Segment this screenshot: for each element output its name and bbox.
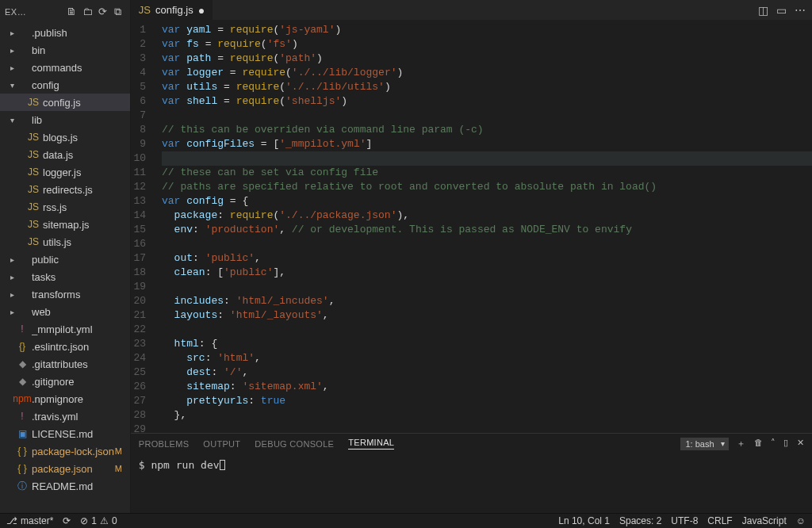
- tree-item[interactable]: ▸commands: [0, 59, 130, 76]
- tree-item[interactable]: JSredirects.js: [0, 181, 130, 198]
- terminal-select-wrap[interactable]: 1: bash: [680, 438, 729, 450]
- refresh-icon[interactable]: ⟳: [98, 6, 109, 17]
- status-feedback-icon[interactable]: ☺: [796, 515, 806, 526]
- editor-actions: ◫ ▭ ⋯: [758, 0, 812, 20]
- close-panel-icon[interactable]: ✕: [797, 438, 804, 450]
- code-area[interactable]: 1234567891011121314151617181920212223242…: [131, 20, 812, 432]
- layout-icon[interactable]: ▭: [776, 4, 787, 17]
- tab-js-icon: JS: [139, 4, 151, 16]
- new-file-icon[interactable]: 🗎: [67, 6, 78, 17]
- status-lang[interactable]: JavaScript: [742, 515, 787, 526]
- file-tree[interactable]: ▸.publish▸bin▸commands▾configJSconfig.js…: [0, 24, 130, 513]
- tabs-row: JS config.js ● ◫ ▭ ⋯: [131, 0, 812, 20]
- status-bar: ⎇ master* ⟳ ⊘ 1 ⚠ 0 Ln 10, Col 1 Spaces:…: [0, 513, 812, 528]
- tree-item[interactable]: ▸.publish: [0, 24, 130, 41]
- tree-item[interactable]: ▣LICENSE.md: [0, 425, 130, 442]
- panel-tab-output[interactable]: OUTPUT: [203, 439, 240, 449]
- new-folder-icon[interactable]: 🗀: [82, 6, 94, 17]
- status-encoding[interactable]: UTF-8: [671, 515, 698, 526]
- tab-dirty-icon: ●: [198, 4, 205, 17]
- tree-item[interactable]: JSdata.js: [0, 146, 130, 163]
- branch-name: master*: [21, 515, 53, 526]
- tree-item[interactable]: JSblogs.js: [0, 128, 130, 146]
- tree-item[interactable]: ◆.gitattributes: [0, 355, 130, 373]
- tree-item[interactable]: ▸transforms: [0, 285, 130, 303]
- status-problems[interactable]: ⊘ 1 ⚠ 0: [80, 515, 117, 526]
- tree-item[interactable]: ▾lib: [0, 111, 130, 128]
- tree-item[interactable]: !_mmpilot.yml: [0, 320, 130, 338]
- tree-item[interactable]: { }package-lock.jsonM: [0, 442, 130, 460]
- maximize-panel-icon[interactable]: ˄: [771, 438, 776, 450]
- panel-tab-debug[interactable]: DEBUG CONSOLE: [255, 439, 334, 449]
- main-row: EX… 🗎 🗀 ⟳ ⧉ ▸.publish▸bin▸commands▾confi…: [0, 0, 812, 513]
- tab-config-js[interactable]: JS config.js ●: [131, 0, 213, 20]
- warning-icon: ⚠: [100, 515, 109, 526]
- panel-right: 1: bash ＋ 🗑 ˄ ▯ ✕: [680, 438, 804, 450]
- code[interactable]: var yaml = require('js-yaml')var fs = re…: [157, 20, 812, 432]
- collapse-icon[interactable]: ⧉: [114, 6, 125, 17]
- sidebar-actions: 🗎 🗀 ⟳ ⧉: [67, 6, 125, 17]
- panel-icons: ＋ 🗑 ˄ ▯ ✕: [737, 438, 804, 450]
- status-branch[interactable]: ⎇ master*: [6, 515, 53, 526]
- tabs-spacer: [213, 0, 758, 20]
- tab-label: config.js: [155, 4, 193, 16]
- status-sync[interactable]: ⟳: [63, 515, 71, 526]
- kill-terminal-icon[interactable]: 🗑: [754, 438, 763, 450]
- terminal-cursor: [220, 460, 225, 470]
- panel: PROBLEMS OUTPUT DEBUG CONSOLE TERMINAL 1…: [131, 433, 812, 514]
- status-right: Ln 10, Col 1 Spaces: 2 UTF-8 CRLF JavaSc…: [558, 515, 806, 526]
- new-terminal-icon[interactable]: ＋: [737, 438, 745, 450]
- terminal-prompt: $: [139, 459, 151, 471]
- status-eol[interactable]: CRLF: [707, 515, 732, 526]
- gutter: 1234567891011121314151617181920212223242…: [131, 20, 157, 432]
- tree-item[interactable]: npm.npmignore: [0, 390, 130, 407]
- tree-item[interactable]: ▸web: [0, 303, 130, 320]
- tree-item[interactable]: {}.eslintrc.json: [0, 338, 130, 355]
- tree-item[interactable]: ⓘREADME.md: [0, 477, 130, 495]
- split-terminal-icon[interactable]: ▯: [783, 438, 788, 450]
- tree-item[interactable]: ▸tasks: [0, 268, 130, 285]
- tree-item[interactable]: ▾config: [0, 76, 130, 94]
- terminal-command: npm run dev: [151, 459, 219, 471]
- tree-item[interactable]: JSsitemap.js: [0, 216, 130, 233]
- error-icon: ⊘: [80, 515, 88, 526]
- tree-item[interactable]: JSlogger.js: [0, 163, 130, 181]
- panel-tabs: PROBLEMS OUTPUT DEBUG CONSOLE TERMINAL 1…: [131, 434, 812, 454]
- split-editor-icon[interactable]: ◫: [758, 4, 768, 17]
- tree-item[interactable]: !.travis.yml: [0, 407, 130, 425]
- tree-item[interactable]: JSutils.js: [0, 233, 130, 251]
- status-spaces[interactable]: Spaces: 2: [619, 515, 661, 526]
- more-icon[interactable]: ⋯: [795, 4, 806, 17]
- terminal-select[interactable]: 1: bash: [680, 438, 729, 450]
- status-lncol[interactable]: Ln 10, Col 1: [558, 515, 610, 526]
- sidebar: EX… 🗎 🗀 ⟳ ⧉ ▸.publish▸bin▸commands▾confi…: [0, 0, 131, 513]
- app-root: EX… 🗎 🗀 ⟳ ⧉ ▸.publish▸bin▸commands▾confi…: [0, 0, 812, 528]
- editor-area: JS config.js ● ◫ ▭ ⋯ 1234567891011121314…: [131, 0, 812, 513]
- sidebar-title: EX…: [5, 7, 26, 17]
- branch-icon: ⎇: [6, 515, 17, 526]
- sync-icon: ⟳: [63, 515, 71, 526]
- tree-item[interactable]: ▸public: [0, 251, 130, 268]
- tree-item[interactable]: JSrss.js: [0, 198, 130, 216]
- panel-tab-terminal[interactable]: TERMINAL: [348, 438, 394, 450]
- tree-item[interactable]: { }package.jsonM: [0, 460, 130, 477]
- tree-item[interactable]: ▸bin: [0, 41, 130, 59]
- status-left: ⎇ master* ⟳ ⊘ 1 ⚠ 0: [6, 515, 117, 526]
- error-count: 1: [91, 515, 97, 526]
- tree-item[interactable]: ◆.gitignore: [0, 373, 130, 390]
- sidebar-header: EX… 🗎 🗀 ⟳ ⧉: [0, 0, 130, 24]
- warning-count: 0: [112, 515, 117, 526]
- panel-tab-problems[interactable]: PROBLEMS: [139, 439, 190, 449]
- tree-item[interactable]: JSconfig.js: [0, 94, 130, 111]
- terminal[interactable]: $ npm run dev: [131, 454, 812, 514]
